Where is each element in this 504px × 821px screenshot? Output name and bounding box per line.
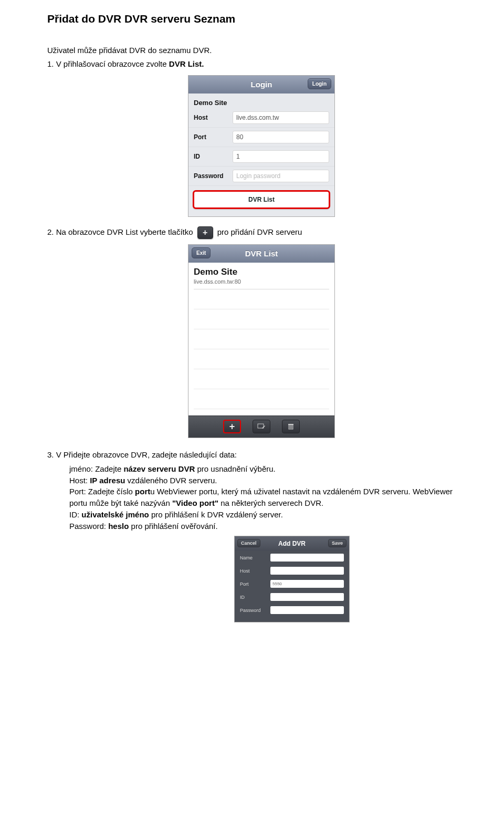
login-password-field[interactable]: Login password — [233, 170, 329, 182]
edit-button[interactable] — [253, 420, 270, 433]
add-dvr-panel: Cancel Add DVR Save Name Host Port 5550 … — [234, 536, 350, 622]
add-password-field[interactable] — [270, 606, 344, 614]
trash-icon — [287, 423, 295, 430]
add-name-field[interactable] — [270, 554, 344, 562]
dvr-list-toolbar: + — [188, 415, 334, 438]
field-descriptions: jméno: Zadejte název serveru DVR pro usn… — [69, 463, 457, 532]
dvr-list-header-title: DVR List — [245, 249, 278, 258]
add-name-label: Name — [240, 555, 270, 560]
add-port-label: Port — [240, 581, 270, 587]
add-password-label: Password — [240, 608, 270, 613]
login-host-label: Host — [194, 114, 233, 121]
add-port-field[interactable]: 5550 — [270, 580, 344, 588]
desc-host-b: IP adresu — [90, 476, 125, 485]
login-password-label: Password — [194, 172, 233, 180]
add-dvr-header-title: Add DVR — [278, 540, 306, 547]
login-port-label: Port — [194, 133, 233, 141]
dvr-list-empty-rows — [194, 289, 329, 415]
desc-port-e: na některých serverech DVR. — [218, 498, 323, 507]
step-3: 3. V Přidejte obrazovce DVR, zadejte nás… — [47, 450, 457, 460]
login-panel: Login Login Demo Site Host live.dss.com.… — [188, 75, 335, 217]
step-2: 2. Na obrazovce DVR List vyberte tlačítk… — [47, 226, 457, 239]
edit-icon — [257, 423, 266, 430]
login-button[interactable]: Login — [308, 78, 331, 89]
desc-id-b: uživatelské jméno — [81, 510, 149, 519]
desc-name-c: pro usnadnění výběru. — [195, 464, 275, 473]
add-dvr-header: Cancel Add DVR Save — [235, 536, 349, 551]
delete-button[interactable] — [282, 420, 300, 433]
desc-host-a: Host: — [69, 476, 90, 485]
desc-name-b: název serveru DVR — [123, 464, 195, 473]
add-id-label: ID — [240, 595, 270, 600]
login-header-title: Login — [251, 80, 272, 89]
add-host-field[interactable] — [270, 567, 344, 575]
dvr-list-panel: Exit DVR List Demo Site live.dss.com.tw:… — [188, 244, 335, 438]
cancel-button[interactable]: Cancel — [237, 539, 260, 547]
add-button[interactable]: + — [223, 420, 241, 433]
page-title: Přidat do DVR DVR serveru Seznam — [47, 13, 457, 25]
desc-pw-c: pro přihlášení ověřování. — [129, 522, 217, 531]
dvr-list-item-title[interactable]: Demo Site — [194, 267, 329, 277]
desc-id-c: pro přihlášení k DVR vzdálený server. — [149, 510, 283, 519]
save-button[interactable]: Save — [328, 539, 346, 547]
plus-icon: + — [229, 422, 235, 431]
intro-text: Uživatel může přidávat DVR do seznamu DV… — [47, 45, 457, 56]
desc-port-d: "Video port" — [172, 498, 218, 507]
step-2-prefix: 2. Na obrazovce DVR List vyberte tlačítk… — [47, 227, 193, 237]
login-header: Login Login — [188, 76, 334, 93]
login-id-field[interactable]: 1 — [233, 150, 329, 163]
dvr-list-header: Exit DVR List — [188, 245, 334, 263]
desc-name-a: jméno: Zadejte — [69, 464, 123, 473]
desc-host-c: vzdáleného DVR serveru. — [125, 476, 217, 485]
desc-port-b: port — [135, 487, 150, 496]
plus-icon: + — [197, 226, 213, 239]
desc-port-a: Port: Zadejte číslo — [69, 487, 135, 496]
desc-id-a: ID: — [69, 510, 81, 519]
desc-pw-a: Password: — [69, 522, 108, 531]
desc-pw-b: heslo — [108, 522, 129, 531]
step-1-bold: DVR List. — [169, 59, 204, 68]
svg-rect-2 — [288, 424, 293, 425]
step-2-suffix: pro přidání DVR serveru — [217, 227, 302, 237]
exit-button[interactable]: Exit — [192, 247, 211, 258]
step-1-text: 1. V přihlašovací obrazovce zvolte — [47, 59, 169, 68]
dvr-list-button[interactable]: DVR List — [193, 190, 330, 209]
login-host-field[interactable]: live.dss.com.tw — [233, 111, 329, 124]
login-port-field[interactable]: 80 — [233, 131, 329, 143]
step-1: 1. V přihlašovací obrazovce zvolte DVR L… — [47, 59, 457, 69]
add-id-field[interactable] — [270, 593, 344, 601]
dvr-list-item-sub: live.dss.com.tw:80 — [194, 278, 329, 285]
login-id-label: ID — [194, 153, 233, 160]
login-demo-title: Demo Site — [194, 99, 227, 107]
add-host-label: Host — [240, 568, 270, 574]
